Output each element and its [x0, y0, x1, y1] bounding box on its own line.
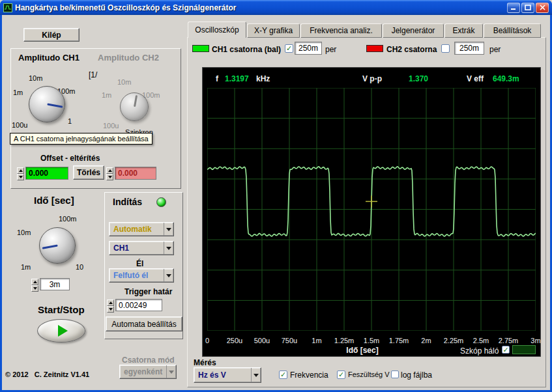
amplitude-ch2-knob[interactable] [120, 92, 149, 121]
tab-oscilloscope[interactable]: Oscilloszkóp [188, 21, 246, 38]
exit-button[interactable]: Kilép [23, 28, 80, 42]
ch2-label: CH2 csatorna [386, 45, 437, 54]
freq-readout-label: f [216, 74, 218, 83]
knob-scale-label: 100m [59, 215, 77, 223]
step-down-icon[interactable] [106, 174, 113, 180]
knob-pointer [134, 95, 138, 107]
grid-color-swatch[interactable] [512, 345, 536, 354]
trigger-source-value: CH1 [109, 242, 164, 255]
app-window: Hangkártya be/kimenetű Oszcilloszkóp és … [0, 0, 552, 392]
amplitude-ch1-label: Amplitudo CH1 [18, 53, 80, 63]
frequency-checkbox[interactable]: ✓ [279, 371, 287, 379]
measure-unit-dropdown[interactable]: Hz és V [194, 367, 261, 383]
knob-scale-label: 1m [13, 89, 23, 96]
trigger-edge-dropdown[interactable]: Felfutó él [109, 268, 174, 283]
close-button[interactable] [536, 3, 549, 13]
tab-extras[interactable]: Extrák [444, 23, 483, 38]
time-label: Idő [sec] [34, 195, 74, 206]
time-knob[interactable] [39, 227, 76, 264]
log-file-label: log fájlba [401, 371, 432, 380]
tab-xy-graph[interactable]: X-Y grafika [247, 23, 300, 38]
step-up-icon[interactable] [31, 279, 38, 285]
amplitude-ch1-knob[interactable] [29, 86, 65, 122]
freq-readout-value: 1.3197 [225, 74, 249, 83]
offset-ch2-stepper[interactable] [106, 167, 113, 180]
ch1-label: CH1 csatorna (bal) [212, 45, 281, 54]
ch2-per-field[interactable]: 250m [454, 42, 484, 55]
scope-plot[interactable] [207, 88, 536, 331]
trigger-title: Indítás [113, 197, 142, 207]
veff-readout-value: 649.3m [493, 74, 519, 83]
checkmark: ✓ [280, 371, 286, 378]
scope-grid-label: Szkóp háló [460, 346, 499, 356]
knob-scale-label: 10m [29, 74, 42, 82]
measure-unit-value: Hz és V [194, 368, 251, 382]
play-icon [58, 325, 68, 337]
step-down-icon[interactable] [17, 174, 24, 180]
amplitude-unit-label: [1/ [89, 70, 97, 79]
trigger-mode-dropdown[interactable]: Automatik [109, 222, 174, 236]
log-file-checkbox[interactable] [391, 371, 399, 378]
veff-readout-label: V eff [467, 74, 484, 83]
copyright-label: © 2012 C. Zeitnitz V1.41 [5, 371, 89, 378]
tab-frequency-analysis[interactable]: Frekvencia analiz. [300, 23, 382, 38]
knob-scale-label: 1m [102, 91, 111, 99]
voltage-label: Feszültség V [348, 371, 390, 378]
chevron-down-icon [164, 242, 173, 255]
auto-setup-button[interactable]: Automata beállítás [106, 316, 182, 331]
title-bar[interactable]: Hangkártya be/kimenetű Oszcilloszkóp és … [0, 0, 552, 15]
knob-scale-label: 10m [117, 78, 131, 86]
ch1-color-swatch [192, 45, 209, 52]
scope-grid-checkbox[interactable]: ✓ [502, 346, 510, 354]
checkmark: ✓ [286, 45, 292, 52]
tab-settings[interactable]: Beállítások [484, 23, 541, 38]
tab-signal-generator[interactable]: Jelgenerátor [383, 23, 444, 38]
chevron-down-icon [164, 223, 173, 236]
freq-readout-unit: kHz [256, 74, 270, 83]
startstop-label: Start/Stop [38, 304, 85, 315]
ch1-per-field[interactable]: 250m [295, 42, 322, 55]
measure-label: Mérés [194, 358, 216, 367]
trigger-threshold-stepper[interactable] [107, 300, 114, 313]
startstop-button[interactable] [37, 319, 85, 343]
time-stepper[interactable] [31, 279, 38, 292]
channel-mode-dropdown[interactable]: egyenként [119, 365, 177, 379]
trigger-led [156, 197, 166, 207]
minimize-button[interactable] [507, 3, 520, 13]
trigger-source-dropdown[interactable]: CH1 [109, 241, 174, 255]
knob-scale-label: 10 [76, 263, 83, 271]
vpp-readout-value: 1.370 [409, 74, 428, 83]
knob-scale-label: 1 [68, 117, 72, 125]
knob-scale-label: 10m [17, 229, 31, 236]
trigger-threshold-field[interactable]: 0.00249 [115, 299, 162, 311]
chevron-down-icon [251, 368, 261, 382]
offset-ch1-field[interactable]: 0.000 [25, 167, 68, 180]
voltage-checkbox[interactable]: ✓ [337, 371, 345, 379]
ch2-enable-checkbox[interactable] [441, 44, 450, 53]
step-down-icon[interactable] [31, 285, 38, 292]
x-axis-label: Idő [sec] [335, 346, 390, 355]
maximize-button[interactable] [521, 3, 534, 13]
step-up-icon[interactable] [17, 167, 24, 174]
trigger-edge-value: Felfutó él [109, 269, 164, 282]
ch2-color-swatch [366, 45, 383, 52]
amplitude-ch2-label: Amplitudo CH2 [98, 53, 159, 63]
step-up-icon[interactable] [106, 167, 113, 174]
offset-ch2-field[interactable]: 0.000 [115, 167, 156, 180]
chevron-down-icon [164, 269, 173, 282]
time-value-field[interactable]: 3m [40, 278, 70, 290]
channel-mode-value: egyenként [120, 365, 166, 378]
step-up-icon[interactable] [107, 300, 114, 306]
knob-pointer [47, 104, 63, 108]
tooltip: A CH1 csatorna jelnagyságának beállítása [10, 133, 153, 145]
ch2-per-label: per [489, 45, 501, 54]
frequency-label: Frekvencia [290, 371, 328, 380]
vpp-readout-label: V p-p [362, 74, 382, 83]
checkmark: ✓ [338, 371, 344, 378]
offset-clear-button[interactable]: Törlés [73, 165, 104, 180]
chevron-down-icon [166, 365, 176, 378]
ch1-enable-checkbox[interactable]: ✓ [285, 44, 293, 53]
step-down-icon[interactable] [107, 306, 114, 313]
knob-scale-label: 100u [103, 122, 119, 130]
offset-ch1-stepper[interactable] [17, 167, 24, 180]
